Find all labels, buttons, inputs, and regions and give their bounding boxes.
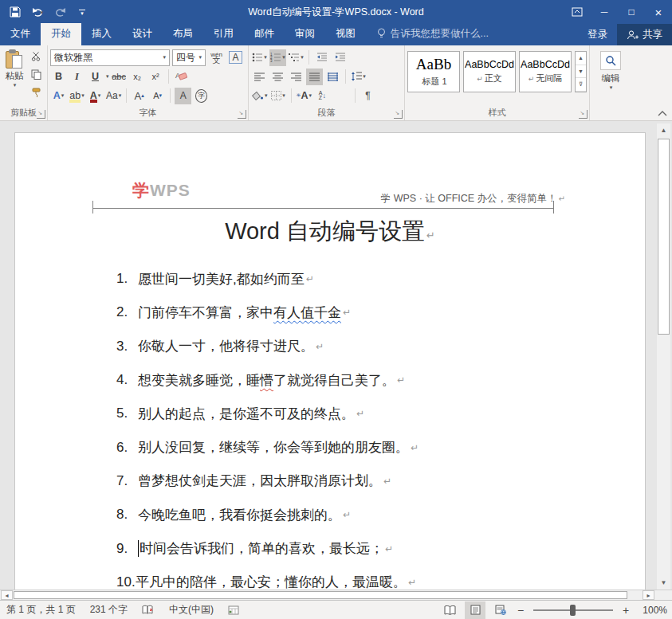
character-shading-button[interactable]: A [175, 88, 191, 104]
subscript-button[interactable]: x₂ [129, 69, 146, 85]
editing-button[interactable]: 编辑 ▾ [592, 48, 629, 91]
justify-button[interactable] [306, 69, 323, 85]
print-layout-button[interactable] [465, 601, 485, 619]
decrease-indent-button[interactable] [313, 49, 330, 66]
editing-dropdown-arrow[interactable]: ▾ [610, 84, 613, 91]
scroll-left-icon[interactable]: ◂ [1, 590, 13, 600]
multilevel-list-button[interactable]: ▾ [288, 49, 305, 66]
clipboard-dialog-launcher[interactable]: ↘ [37, 110, 45, 119]
font-name-select[interactable]: 微软雅黑▾ [50, 49, 170, 66]
minimize-button[interactable]: ─ [591, 0, 618, 24]
shading-button[interactable]: ▾ [251, 88, 269, 104]
italic-button[interactable]: I [69, 69, 85, 85]
style-no-spacing[interactable]: AaBbCcDd ↵无间隔 [519, 51, 572, 92]
tab-layout[interactable]: 布局 [163, 23, 203, 45]
styles-gallery-expand-icon[interactable]: ⊽ [576, 78, 586, 92]
cut-button[interactable] [28, 48, 45, 65]
web-layout-button[interactable] [490, 601, 511, 619]
zoom-slider-thumb[interactable] [570, 605, 576, 616]
align-left-button[interactable] [251, 69, 268, 85]
read-mode-button[interactable] [439, 601, 460, 619]
scroll-up-icon[interactable]: ▲ [657, 123, 670, 137]
distributed-button[interactable] [324, 69, 341, 85]
style-heading1[interactable]: AaBb 标题 1 [407, 51, 460, 92]
bullets-button[interactable]: ▾ [251, 49, 268, 66]
copy-button[interactable] [28, 66, 45, 83]
tab-references[interactable]: 引用 [203, 23, 244, 45]
maximize-button[interactable]: □ [618, 0, 645, 24]
styles-scroll-up-icon[interactable]: ▲ [576, 52, 586, 65]
horizontal-scrollbar[interactable]: ◂ ▸ [0, 590, 672, 600]
paste-button[interactable]: 粘贴 ▾ [2, 48, 26, 101]
redo-button[interactable] [51, 3, 69, 21]
tab-home[interactable]: 开始 [41, 23, 81, 45]
superscript-button[interactable]: x² [147, 69, 164, 85]
enclose-characters-button[interactable]: 字 [193, 88, 210, 104]
tell-me-box[interactable]: 告诉我您想要做什么... [377, 27, 489, 45]
line-spacing-button[interactable]: ▾ [350, 69, 367, 85]
ribbon-display-options-button[interactable] [564, 0, 591, 24]
tab-insert[interactable]: 插入 [81, 23, 122, 45]
vertical-scrollbar[interactable]: ▲ ▼ [657, 123, 670, 590]
language-indicator[interactable]: 中文(中国) [169, 603, 214, 617]
proofing-button[interactable] [142, 605, 155, 615]
sign-in-button[interactable]: 登录 [578, 24, 617, 45]
bold-button[interactable]: B [50, 69, 67, 85]
text-effects-button[interactable]: A▾ [50, 88, 67, 104]
zoom-in-button[interactable]: + [621, 604, 631, 617]
paragraph-dialog-launcher[interactable]: ↘ [394, 110, 403, 119]
sort-button[interactable]: AZ↓ [314, 88, 331, 104]
grow-font-button[interactable]: A▴ [131, 88, 147, 104]
word-count[interactable]: 231 个字 [90, 603, 128, 617]
macro-record-button[interactable] [228, 605, 239, 615]
numbering-button[interactable]: 123▾ [269, 49, 286, 66]
font-size-select[interactable]: 四号▾ [172, 49, 206, 66]
styles-gallery-scrollbar[interactable]: ▲ ▼ ⊽ [575, 51, 587, 92]
style-normal[interactable]: AaBbCcDd ↵正文 [463, 51, 516, 92]
character-border-button[interactable]: A [227, 49, 244, 66]
collapse-ribbon-button[interactable] [657, 108, 668, 118]
customize-qat-button[interactable]: ▾ [73, 3, 91, 21]
phonetic-guide-button[interactable]: wén 文 [208, 49, 225, 66]
tab-design[interactable]: 设计 [122, 23, 163, 45]
share-button[interactable]: 共享 [617, 24, 672, 45]
vertical-scrollbar-thumb[interactable] [658, 139, 670, 335]
page-indicator[interactable]: 第 1 页，共 1 页 [6, 603, 76, 617]
align-center-button[interactable] [269, 69, 286, 85]
borders-button[interactable]: ▾ [270, 88, 287, 104]
person-add-icon [627, 29, 639, 41]
zoom-slider[interactable] [533, 609, 613, 611]
tab-review[interactable]: 审阅 [285, 23, 325, 45]
styles-dialog-launcher[interactable]: ↘ [579, 110, 588, 119]
shrink-font-button[interactable]: A▾ [149, 88, 166, 104]
paste-dropdown-arrow[interactable]: ▾ [14, 82, 17, 88]
zoom-level[interactable]: 100% [635, 605, 667, 616]
font-dialog-launcher[interactable]: ↘ [238, 110, 246, 119]
format-painter-button[interactable] [28, 84, 45, 101]
tab-file[interactable]: 文件 [0, 23, 41, 45]
underline-dropdown-arrow[interactable]: ▾ [106, 73, 109, 80]
horizontal-scrollbar-thumb[interactable] [14, 591, 627, 599]
scroll-down-icon[interactable]: ▼ [657, 576, 670, 590]
scissors-icon [31, 51, 41, 61]
show-hide-marks-button[interactable]: ¶ [360, 88, 376, 104]
align-right-button[interactable] [288, 69, 305, 85]
highlight-button[interactable]: ab▾ [69, 88, 85, 104]
tab-view[interactable]: 视图 [325, 23, 366, 45]
asian-layout-button[interactable]: ✳A▾ [296, 88, 312, 104]
underline-button[interactable]: U [87, 69, 104, 85]
strikethrough-button[interactable]: abc [111, 69, 128, 85]
increase-indent-button[interactable] [332, 49, 348, 66]
font-color-button[interactable]: A▾ [87, 88, 104, 104]
scroll-right-icon[interactable]: ▸ [643, 590, 654, 600]
document-page[interactable]: 学WPS 学 WPS · 让 OFFICE 办公，变得简单！↵ Word 自动编… [14, 132, 646, 590]
styles-scroll-down-icon[interactable]: ▼ [576, 65, 586, 79]
tab-mailings[interactable]: 邮件 [244, 23, 285, 45]
undo-dropdown-arrow[interactable]: ▾ [41, 10, 44, 15]
change-case-button[interactable]: Aa▾ [105, 88, 122, 104]
undo-button[interactable]: ▾ [29, 3, 46, 21]
zoom-out-button[interactable]: − [516, 604, 525, 617]
clear-formatting-button[interactable]: A [173, 69, 190, 85]
save-button[interactable] [6, 3, 24, 21]
close-button[interactable]: × [645, 0, 672, 24]
